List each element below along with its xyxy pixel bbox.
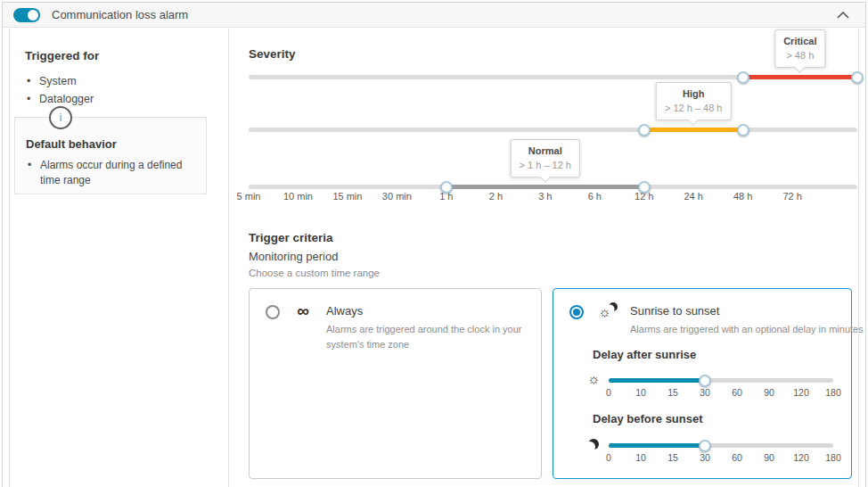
communication-loss-alarm-panel: Communication loss alarm Triggered for S…: [2, 2, 866, 487]
tooltip-title: Normal: [520, 145, 571, 156]
tick-label: 30: [700, 387, 710, 398]
slider-track[interactable]: [249, 128, 857, 132]
tick-label: 10: [635, 387, 646, 398]
moon-icon: [585, 437, 602, 453]
radio-always[interactable]: [266, 305, 280, 319]
tick-label: 90: [764, 452, 774, 463]
tick-label: 120: [793, 452, 809, 463]
slider-fill: [609, 443, 705, 448]
option-description: Alarms are triggered around the clock in…: [326, 322, 527, 352]
tick-label: 15: [667, 387, 678, 398]
radio-sunrise-to-sunset[interactable]: [569, 305, 584, 319]
panel-header: Communication loss alarm: [3, 3, 865, 28]
severity-slider-normal[interactable]: Normal > 1 h – 12 h: [249, 185, 857, 189]
triggered-for-list: System Datalogger: [25, 72, 210, 108]
delay-before-sunset-slider[interactable]: [609, 443, 833, 448]
option-title: Always: [326, 304, 527, 318]
axis-tick-label: 15 min: [332, 191, 362, 202]
delay-after-sunrise-ticks: 0 10 15 30 60 90 120 180: [609, 387, 833, 398]
slider-handle[interactable]: [851, 71, 864, 84]
slider-handle[interactable]: [638, 181, 651, 194]
triggered-for-title: Triggered for: [25, 49, 210, 62]
slider-handle[interactable]: [638, 124, 651, 136]
severity-tooltip-high: High > 12 h – 48 h: [656, 82, 732, 120]
delay-before-sunset-label: Delay before sunset: [593, 412, 703, 425]
monitoring-period-label: Monitoring period: [249, 250, 338, 263]
severity-slider-high[interactable]: High > 12 h – 48 h: [249, 128, 857, 132]
option-row: ☼ Sunrise to sunset Alarms are triggered…: [569, 304, 837, 337]
tick-label: 180: [825, 387, 841, 398]
tick-label: 15: [667, 452, 678, 463]
axis-tick-label: 10 min: [283, 191, 313, 202]
default-behavior-title: Default behavior: [26, 137, 193, 151]
option-card-always[interactable]: ∞ Always Alarms are triggered around the…: [249, 288, 542, 479]
axis-tick-label: 3 h: [538, 191, 552, 202]
list-item: System: [25, 72, 210, 90]
option-row: ∞ Always Alarms are triggered around the…: [266, 304, 527, 352]
severity-slider-critical[interactable]: Critical > 48 h: [249, 75, 857, 79]
axis-tick-label: 2 h: [489, 191, 503, 202]
delay-after-sunrise-slider[interactable]: [609, 378, 833, 383]
option-text: Sunrise to sunset Alarms are triggered w…: [630, 304, 864, 337]
delay-before-sunset-ticks: 0 10 15 30 60 90 120 180: [609, 452, 833, 463]
toggle-knob: [28, 10, 38, 21]
sun-icon: ☼: [585, 371, 602, 387]
slider-fill: [609, 378, 705, 383]
slider-handle[interactable]: [440, 181, 453, 194]
option-title: Sunrise to sunset: [630, 304, 864, 318]
slider-fill-normal: [446, 185, 644, 189]
tooltip-value: > 1 h – 12 h: [520, 160, 571, 170]
option-card-sunrise-to-sunset[interactable]: ☼ Sunrise to sunset Alarms are triggered…: [553, 288, 852, 479]
panel-title: Communication loss alarm: [52, 8, 188, 21]
slider-handle[interactable]: [737, 124, 749, 136]
alarm-enabled-toggle[interactable]: [13, 8, 40, 22]
axis-tick-label: 48 h: [733, 191, 752, 202]
severity-tooltip-critical: Critical > 48 h: [774, 29, 825, 68]
sun-moon-icon: ☼: [596, 304, 618, 320]
option-text: Always Alarms are triggered around the c…: [326, 304, 527, 352]
chevron-up-icon[interactable]: [831, 8, 855, 22]
option-description: Alarms are triggered with an optional de…: [630, 322, 864, 337]
default-behavior-list: Alarms occur during a defined time range: [26, 158, 193, 189]
axis-tick-label: 24 h: [684, 191, 702, 202]
slider-handle[interactable]: [699, 375, 711, 387]
severity-tooltip-normal: Normal > 1 h – 12 h: [511, 139, 580, 177]
tooltip-title: High: [665, 88, 723, 99]
slider-fill-high: [644, 128, 743, 132]
tick-label: 0: [606, 387, 611, 398]
tick-label: 180: [825, 452, 841, 463]
severity-sliders: Critical > 48 h High > 12 h – 48 h: [249, 29, 857, 235]
tick-label: 90: [764, 387, 774, 398]
tick-label: 10: [635, 452, 646, 463]
tooltip-value: > 12 h – 48 h: [665, 103, 723, 113]
list-item: Alarms occur during a defined time range: [26, 158, 193, 189]
monitoring-period-hint: Choose a custom time range: [249, 268, 380, 278]
tick-label: 0: [606, 452, 611, 463]
infinity-icon: ∞: [292, 304, 314, 318]
info-icon: i: [49, 106, 72, 129]
tick-label: 30: [700, 452, 710, 463]
severity-axis: 5 min 10 min 15 min 30 min 1 h 2 h 3 h 6…: [249, 191, 857, 203]
crescent-shape: [609, 302, 618, 311]
delay-after-sunrise-label: Delay after sunrise: [593, 348, 696, 361]
tick-label: 120: [793, 387, 809, 398]
slider-fill-critical: [743, 75, 857, 79]
axis-tick-label: 72 h: [782, 191, 801, 202]
axis-tick-label: 30 min: [382, 191, 412, 202]
slider-handle[interactable]: [699, 440, 711, 452]
panel-content: Triggered for System Datalogger i Defaul…: [9, 29, 859, 487]
axis-tick-label: 5 min: [237, 191, 261, 202]
default-behavior-box: i Default behavior Alarms occur during a…: [14, 117, 207, 194]
tooltip-title: Critical: [783, 36, 816, 46]
sidebar: Triggered for System Datalogger i Defaul…: [10, 29, 229, 487]
list-item: Datalogger: [25, 90, 210, 108]
main-area: Severity Critical > 48 h: [229, 29, 858, 487]
slider-handle[interactable]: [737, 71, 749, 84]
tick-label: 60: [732, 387, 742, 398]
alarm-settings-screen: Communication loss alarm Triggered for S…: [0, 0, 868, 487]
tooltip-value: > 48 h: [783, 50, 816, 61]
axis-tick-label: 6 h: [588, 191, 602, 202]
tick-label: 60: [732, 452, 742, 463]
trigger-criteria-title: Trigger criteria: [249, 231, 333, 244]
